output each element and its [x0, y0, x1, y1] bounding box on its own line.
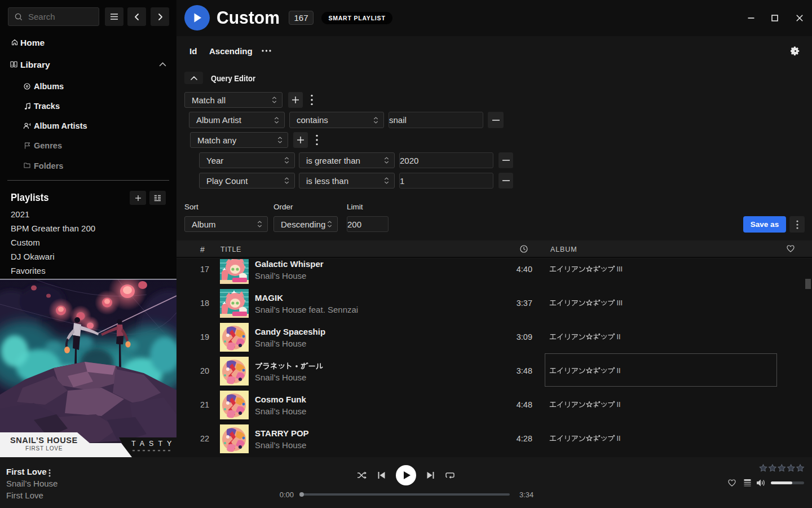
svg-text:II: II [617, 401, 621, 409]
svg-text:TASTY: TASTY [131, 440, 176, 448]
svg-text:II: II [617, 333, 621, 341]
svg-text:FIRST LOVE: FIRST LOVE [25, 445, 63, 452]
svg-text:III: III [617, 299, 623, 307]
svg-text:III: III [617, 265, 623, 273]
svg-text:SNAIL’S HOUSE: SNAIL’S HOUSE [10, 436, 78, 445]
svg-text:II: II [617, 435, 621, 443]
